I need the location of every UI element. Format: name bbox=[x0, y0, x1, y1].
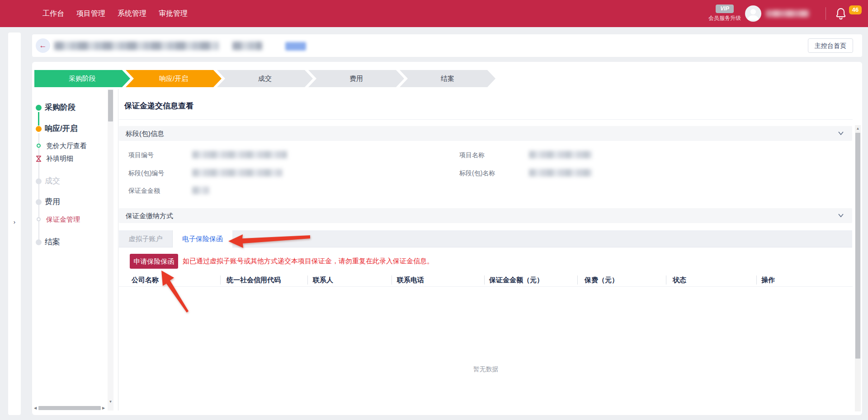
timeline-connector-gray bbox=[38, 133, 39, 240]
scroll-left-arrow-icon[interactable]: ◀ bbox=[33, 405, 38, 411]
hourglass-icon bbox=[35, 155, 42, 162]
column-divider bbox=[666, 275, 666, 285]
notification-bell-icon[interactable] bbox=[835, 7, 847, 20]
section-payment-method: 保证金缴纳方式 bbox=[119, 208, 852, 223]
dot-orange-icon bbox=[36, 126, 42, 132]
section-payment-method-title: 保证金缴纳方式 bbox=[126, 212, 173, 219]
tab-virtual-sub-account[interactable]: 虚拟子账户 bbox=[119, 230, 173, 247]
label-package-code: 标段(包)编号 bbox=[128, 168, 164, 177]
section-package-info: 标段(包)信息 bbox=[119, 126, 852, 141]
main-vertical-scrollbar-thumb[interactable] bbox=[855, 133, 860, 359]
scroll-up-arrow-icon[interactable]: ▲ bbox=[855, 126, 861, 131]
step-deal[interactable]: 成交 bbox=[217, 70, 313, 87]
sidebar-horizontal-scrollbar-thumb[interactable] bbox=[38, 406, 101, 410]
timeline-connector-green bbox=[38, 112, 39, 126]
label-project-name: 项目名称 bbox=[459, 150, 485, 159]
step-response-open[interactable]: 响应/开启 bbox=[126, 70, 222, 87]
dot-gray-icon bbox=[36, 199, 42, 205]
vip-caption: 会员服务升级 bbox=[705, 14, 744, 22]
nav-item-system-management[interactable]: 系统管理 bbox=[118, 9, 146, 19]
sidebar-item-supplementary-details[interactable]: 补填明细 bbox=[46, 154, 73, 163]
apply-insurance-guarantee-button[interactable]: 申请保险保函 bbox=[130, 254, 178, 269]
collapse-chevron-icon[interactable] bbox=[838, 131, 844, 135]
user-avatar[interactable] bbox=[745, 5, 761, 22]
col-contact-phone: 联系电话 bbox=[397, 276, 424, 285]
label-project-code: 项目编号 bbox=[128, 150, 154, 159]
console-home-button[interactable]: 主控台首页 bbox=[808, 38, 853, 53]
project-title-redacted-2 bbox=[232, 42, 262, 50]
sidebar-vertical-scrollbar-thumb[interactable] bbox=[108, 90, 113, 121]
page-title: 保证金递交信息查看 bbox=[124, 101, 193, 111]
back-arrow-icon: ← bbox=[39, 41, 47, 50]
ring-gray-icon bbox=[37, 217, 41, 221]
col-premium-yuan: 保费（元） bbox=[585, 276, 618, 285]
step-procurement-stage[interactable]: 采购阶段 bbox=[34, 70, 130, 87]
value-package-code-redacted bbox=[192, 169, 283, 177]
project-title-redacted bbox=[54, 42, 219, 50]
ring-green-icon bbox=[37, 144, 41, 148]
vip-upgrade[interactable]: VIP 会员服务升级 bbox=[705, 4, 744, 22]
scroll-right-arrow-icon[interactable]: ▶ bbox=[101, 405, 106, 411]
value-package-name-redacted bbox=[529, 169, 592, 177]
value-project-code-redacted bbox=[192, 151, 287, 159]
sidebar-item-closing[interactable]: 结案 bbox=[45, 238, 60, 247]
top-nav: 工作台 项目管理 系统管理 审批管理 VIP 会员服务升级 46 bbox=[0, 0, 868, 27]
section-package-info-title: 标段(包)信息 bbox=[126, 130, 164, 137]
col-company-name: 公司名称 bbox=[132, 276, 159, 285]
col-contact-person: 联系人 bbox=[313, 276, 333, 285]
col-deposit-amount-yuan: 保证金金额（元） bbox=[489, 276, 543, 285]
empty-state-text: 暂无数据 bbox=[119, 365, 853, 373]
duplicate-deposit-warning: 如已通过虚拟子账号或其他方式递交本项目保证金，请勿重复在此录入保证金信息。 bbox=[183, 257, 434, 266]
step-fees[interactable]: 费用 bbox=[308, 70, 404, 87]
status-badge-redacted bbox=[285, 42, 306, 51]
sidebar-item-fees[interactable]: 费用 bbox=[45, 197, 60, 206]
collapse-chevron-icon[interactable] bbox=[838, 213, 844, 218]
nav-item-workbench[interactable]: 工作台 bbox=[42, 9, 64, 19]
column-divider bbox=[756, 275, 757, 285]
col-unified-social-credit-code: 统一社会信用代码 bbox=[226, 276, 281, 285]
dot-gray-icon bbox=[36, 178, 42, 184]
column-divider bbox=[484, 275, 485, 285]
username-redacted bbox=[766, 10, 809, 17]
step-closing[interactable]: 结案 bbox=[400, 70, 495, 87]
label-deposit-amount: 保证金金额 bbox=[128, 186, 160, 195]
content-card: 采购阶段 响应/开启 成交 费用 结案 采购阶段 响应/开启 竞价大厅查看 补填… bbox=[32, 62, 862, 415]
tab-electronic-insurance-guarantee[interactable]: 电子保险保函 bbox=[173, 230, 232, 248]
expand-panel-chevron-icon[interactable]: › bbox=[8, 219, 21, 225]
vip-icon: VIP bbox=[716, 5, 734, 13]
nav-menu: 工作台 项目管理 系统管理 审批管理 bbox=[42, 0, 188, 27]
scroll-down-arrow-icon[interactable]: ▼ bbox=[108, 399, 113, 405]
sidebar-vertical-scrollbar[interactable] bbox=[108, 89, 113, 411]
collapsed-left-panel: › bbox=[8, 33, 21, 415]
payment-tabbar: 虚拟子账户 电子保险保函 bbox=[119, 230, 852, 247]
notification-count-badge[interactable]: 46 bbox=[849, 5, 862, 14]
column-divider bbox=[577, 275, 578, 285]
sidebar-item-deal[interactable]: 成交 bbox=[45, 177, 60, 186]
sidebar-item-procurement-stage[interactable]: 采购阶段 bbox=[45, 103, 75, 112]
dot-green-icon bbox=[36, 105, 42, 111]
back-button[interactable]: ← bbox=[36, 38, 50, 53]
dot-gray-icon bbox=[36, 239, 42, 245]
sidebar-item-deposit-management[interactable]: 保证金管理 bbox=[46, 215, 80, 224]
col-status: 状态 bbox=[673, 276, 686, 285]
nav-item-project-management[interactable]: 项目管理 bbox=[76, 9, 105, 19]
label-package-name: 标段(包)名称 bbox=[459, 168, 495, 177]
title-divider bbox=[119, 119, 853, 120]
value-deposit-amount-redacted bbox=[192, 187, 209, 194]
page-header-card: ← 主控台首页 bbox=[32, 34, 862, 57]
sidebar-item-bidding-hall-view[interactable]: 竞价大厅查看 bbox=[46, 141, 87, 150]
col-actions: 操作 bbox=[761, 276, 775, 285]
column-divider bbox=[392, 275, 392, 285]
sidebar-main-divider bbox=[118, 89, 118, 411]
column-divider bbox=[220, 275, 221, 285]
value-project-name-redacted bbox=[529, 151, 592, 159]
person-icon bbox=[745, 5, 761, 22]
nav-item-approval-management[interactable]: 审批管理 bbox=[159, 9, 188, 19]
nav-divider bbox=[826, 7, 826, 20]
sidebar-item-response-open[interactable]: 响应/开启 bbox=[45, 124, 78, 133]
column-divider bbox=[307, 275, 308, 285]
